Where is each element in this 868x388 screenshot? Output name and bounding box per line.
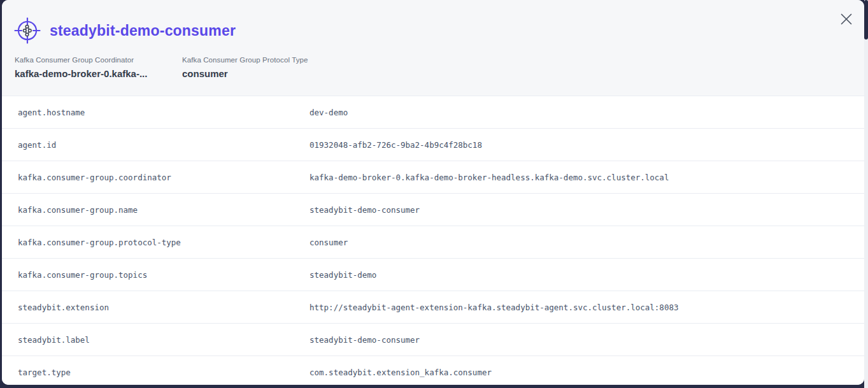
attribute-row: kafka.consumer-group.protocol-type consu… [2,226,864,258]
attribute-row: agent.hostname dev-demo [2,96,864,128]
attribute-value: dev-demo [309,108,864,117]
attribute-key: agent.id [18,140,309,150]
attribute-value: 01932048-afb2-726c-9ba2-4b9c4f28bc18 [309,140,864,150]
field-value: kafka-demo-broker-0.kafka-... [15,68,169,79]
attribute-key: agent.hostname [18,108,309,117]
attribute-value: kafka-demo-broker-0.kafka-demo-broker-he… [309,173,864,182]
summary-field-coordinator: Kafka Consumer Group Coordinator kafka-d… [15,56,182,79]
summary-field-protocol-type: Kafka Consumer Group Protocol Type consu… [182,56,350,79]
attribute-value: com.steadybit.extension_kafka.consumer [309,368,864,377]
modal-header: steadybit-demo-consumer Kafka Consumer G… [2,0,864,96]
attribute-key: target.type [18,368,309,377]
attribute-key: kafka.consumer-group.coordinator [18,173,309,182]
attribute-key: steadybit.label [18,335,309,345]
field-label: Kafka Consumer Group Protocol Type [182,56,337,64]
attribute-row: steadybit.label steadybit-demo-consumer [2,323,864,356]
attributes-table: agent.hostname dev-demo agent.id 0193204… [2,96,864,385]
kafka-logo-glyph [24,25,32,36]
attribute-value: steadybit-demo-consumer [309,205,864,215]
attribute-row: target.type com.steadybit.extension_kafk… [2,356,864,385]
target-details-modal: steadybit-demo-consumer Kafka Consumer G… [2,0,864,385]
page-scrollbar-thumb[interactable] [864,0,868,40]
attribute-row: kafka.consumer-group.topics steadybit-de… [2,258,864,291]
attribute-value: http://steadybit-agent-extension-kafka.s… [309,303,864,312]
attribute-value: steadybit-demo [309,270,864,280]
attribute-row: agent.id 01932048-afb2-726c-9ba2-4b9c4f2… [2,128,864,161]
modal-title-row: steadybit-demo-consumer [13,17,236,45]
close-x-icon [839,12,853,26]
page-scrollbar-track [864,0,868,388]
kafka-consumer-target-icon [13,17,41,45]
attribute-row: kafka.consumer-group.name steadybit-demo… [2,193,864,226]
attribute-key: steadybit.extension [18,303,309,312]
field-label: Kafka Consumer Group Coordinator [15,56,169,64]
modal-title: steadybit-demo-consumer [50,22,236,40]
field-value: consumer [182,68,337,79]
attribute-key: kafka.consumer-group.name [18,205,309,215]
attribute-value: consumer [309,238,864,247]
attribute-key: kafka.consumer-group.protocol-type [18,238,309,247]
attribute-key: kafka.consumer-group.topics [18,270,309,280]
attribute-value: steadybit-demo-consumer [309,335,864,345]
close-button[interactable] [836,9,857,29]
summary-fields: Kafka Consumer Group Coordinator kafka-d… [15,56,350,79]
attribute-row: kafka.consumer-group.coordinator kafka-d… [2,161,864,193]
attribute-row: steadybit.extension http://steadybit-age… [2,291,864,323]
